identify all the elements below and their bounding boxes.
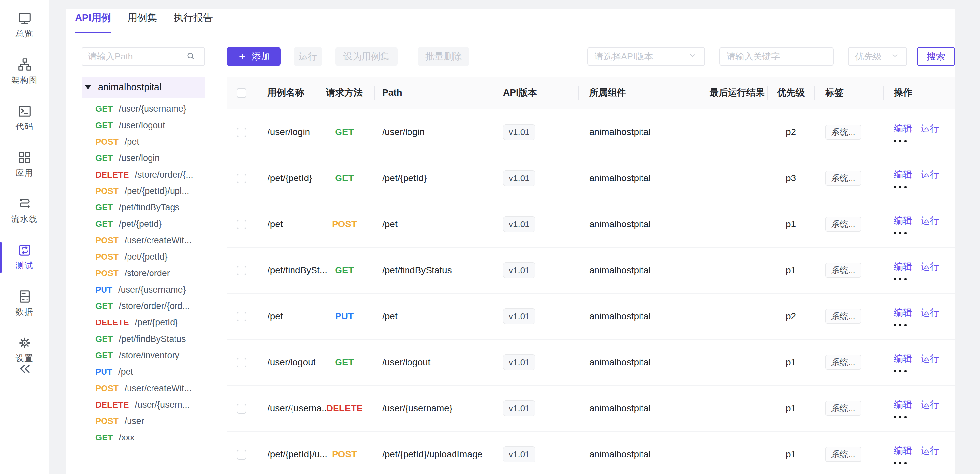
more-icon[interactable] — [894, 186, 914, 188]
more-icon[interactable] — [894, 278, 914, 280]
more-icon[interactable] — [894, 370, 914, 372]
more-icon[interactable] — [894, 416, 914, 418]
table-row: /pet/{petId} GET /pet/{petId} v1.01 anim… — [227, 155, 955, 201]
edit-link[interactable]: 编辑 — [894, 122, 912, 135]
run-link[interactable]: 运行 — [921, 168, 939, 181]
cell-last-result — [699, 247, 767, 293]
tree-item[interactable]: POST /store/order — [81, 265, 205, 282]
tree-item[interactable]: GET /user/{username} — [81, 100, 205, 117]
sidebar-item-monitor[interactable]: 总览 — [0, 8, 49, 41]
tree-root-label: animalhostpital — [98, 82, 161, 93]
tree-item[interactable]: POST /user — [81, 413, 205, 429]
more-icon[interactable] — [894, 462, 914, 464]
path-search-button[interactable] — [177, 47, 205, 66]
cell-priority: p2 — [767, 109, 815, 155]
row-checkbox[interactable] — [237, 312, 247, 321]
tree-item[interactable]: DELETE /pet/{petId} — [81, 314, 205, 331]
sidebar-item-apps[interactable]: 应用 — [0, 148, 49, 180]
run-link[interactable]: 运行 — [921, 260, 939, 273]
tree-item[interactable]: GET /pet/findByStatus — [81, 331, 205, 347]
edit-link[interactable]: 编辑 — [894, 444, 912, 457]
tree-item[interactable]: POST /pet/{petId}/upl... — [81, 183, 205, 199]
cell-path: /pet — [374, 293, 485, 339]
col-method: 请求方法 — [315, 76, 374, 109]
run-link[interactable]: 运行 — [921, 352, 939, 365]
row-checkbox[interactable] — [237, 404, 247, 414]
edit-link[interactable]: 编辑 — [894, 352, 912, 365]
tree-item[interactable]: PUT /pet — [81, 364, 205, 380]
tree-item[interactable]: DELETE /user/{usern... — [81, 396, 205, 413]
cell-last-result — [699, 385, 767, 431]
tree-item[interactable]: GET /user/logout — [81, 117, 205, 134]
cell-path: /user/logout — [374, 339, 485, 385]
api-version-badge: v1.01 — [503, 309, 535, 324]
cell-path: /user/login — [374, 109, 485, 155]
cell-component: animalhostpital — [578, 247, 699, 293]
keyword-input[interactable] — [719, 47, 834, 66]
api-version-select[interactable]: 请选择API版本 — [587, 47, 705, 66]
set-as-suite-button[interactable]: 设为用例集 — [335, 47, 398, 66]
cell-method: GET — [335, 357, 354, 367]
tab-run-reports[interactable]: 执行报告 — [173, 11, 213, 33]
tree-item[interactable]: GET /store/inventory — [81, 347, 205, 364]
cell-last-result — [699, 155, 767, 201]
cell-path: /pet/{petId}/uploadImage — [374, 431, 485, 474]
row-checkbox[interactable] — [237, 220, 247, 229]
tree-item[interactable]: GET /xxx — [81, 429, 205, 446]
tab-api-cases[interactable]: API用例 — [75, 11, 111, 33]
run-link[interactable]: 运行 — [921, 122, 939, 135]
tree-root-node[interactable]: animalhostpital — [81, 76, 205, 98]
row-checkbox[interactable] — [237, 173, 247, 183]
edit-link[interactable]: 编辑 — [894, 260, 912, 273]
row-checkbox[interactable] — [237, 266, 247, 275]
cell-method: DELETE — [326, 403, 363, 413]
row-checkbox[interactable] — [237, 358, 247, 367]
more-icon[interactable] — [894, 140, 914, 142]
tree-item[interactable]: POST /pet/{petId} — [81, 248, 205, 265]
priority-select[interactable]: 优先级 — [848, 47, 907, 66]
search-button[interactable]: 搜索 — [917, 47, 955, 66]
cell-priority: p1 — [767, 247, 815, 293]
row-checkbox[interactable] — [237, 127, 247, 137]
edit-link[interactable]: 编辑 — [894, 306, 912, 319]
edit-link[interactable]: 编辑 — [894, 168, 912, 181]
sidebar-item-test[interactable]: 测试 — [0, 240, 49, 273]
tree-item[interactable]: POST /user/createWit... — [81, 232, 205, 248]
api-version-badge: v1.01 — [503, 446, 535, 462]
run-button[interactable]: 运行 — [294, 47, 322, 66]
sidebar-item-code[interactable]: 代码 — [0, 101, 49, 134]
tree-item[interactable]: DELETE /store/order/{... — [81, 166, 205, 183]
run-link[interactable]: 运行 — [921, 306, 939, 319]
batch-delete-button[interactable]: 批量删除 — [418, 47, 469, 66]
select-all-checkbox[interactable] — [237, 88, 247, 98]
tree-item[interactable]: GET /user/login — [81, 150, 205, 166]
edit-link[interactable]: 编辑 — [894, 398, 912, 411]
sidebar-item-data[interactable]: 数据 — [0, 286, 49, 320]
row-checkbox[interactable] — [237, 450, 247, 460]
path-search-input[interactable] — [81, 47, 177, 66]
monitor-icon — [17, 11, 32, 26]
tree-item[interactable]: PUT /user/{username} — [81, 282, 205, 298]
col-last-result: 最后运行结果 — [699, 76, 767, 109]
tree-item[interactable]: POST /user/createWit... — [81, 380, 205, 396]
col-case-name: 用例名称 — [259, 76, 315, 109]
sidebar-item-architecture[interactable]: 架构图 — [0, 55, 49, 88]
run-link[interactable]: 运行 — [921, 444, 939, 457]
tree-item[interactable]: GET /pet/findByTags — [81, 199, 205, 216]
tree-item[interactable]: GET /store/order/{ord... — [81, 298, 205, 314]
table-row: /user/logout GET /user/logout v1.01 anim… — [227, 339, 955, 385]
run-link[interactable]: 运行 — [921, 214, 939, 227]
more-icon[interactable] — [894, 324, 914, 326]
edit-link[interactable]: 编辑 — [894, 214, 912, 227]
sidebar-item-pipeline[interactable]: 流水线 — [0, 194, 49, 227]
tab-case-suites[interactable]: 用例集 — [127, 11, 157, 33]
tree-item[interactable]: POST /pet — [81, 134, 205, 150]
tree-item[interactable]: GET /pet/{petId} — [81, 216, 205, 232]
tag-badge: 系统... — [825, 262, 861, 278]
add-button[interactable]: 添加 — [227, 47, 281, 66]
sidebar-collapse-button[interactable] — [0, 360, 49, 379]
more-icon[interactable] — [894, 232, 914, 234]
run-link[interactable]: 运行 — [921, 398, 939, 411]
cell-path: /pet/{petId} — [374, 155, 485, 201]
content-card: API用例 用例集 执行报告 — [66, 9, 955, 474]
